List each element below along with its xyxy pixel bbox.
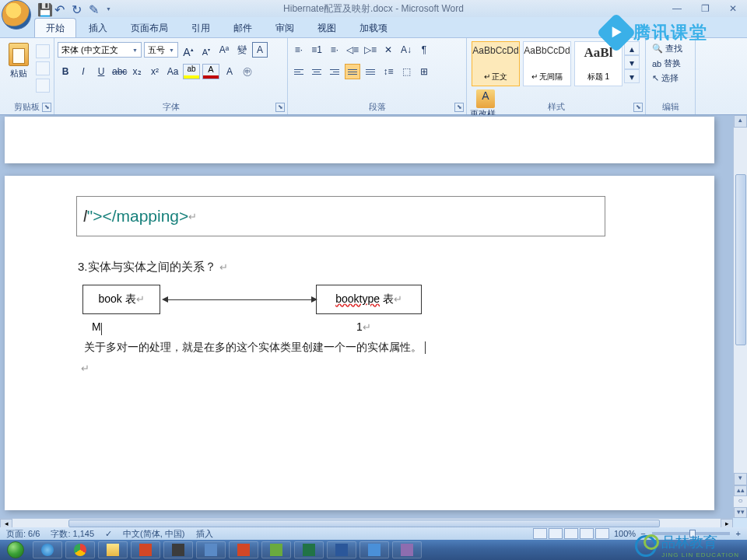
- tab-home[interactable]: 开始: [34, 18, 76, 37]
- italic-button[interactable]: I: [75, 64, 91, 79]
- line-spacing-button[interactable]: ↕≡: [381, 64, 396, 79]
- view-draft[interactable]: [595, 528, 609, 539]
- tab-page-layout[interactable]: 页面布局: [120, 19, 179, 37]
- window-title: Hibernate配置及映射.docx - Microsoft Word: [283, 2, 464, 16]
- tab-references[interactable]: 引用: [181, 19, 221, 37]
- bold-button[interactable]: B: [58, 64, 73, 79]
- strike-button[interactable]: abc: [111, 64, 127, 79]
- select-button[interactable]: ↖选择: [649, 71, 692, 86]
- font-launcher[interactable]: ⬊: [275, 103, 285, 112]
- numbering-button[interactable]: ≡1: [309, 42, 324, 58]
- styles-down-button[interactable]: ▾: [624, 55, 640, 69]
- indent-dec-button[interactable]: ◁≡: [345, 42, 360, 58]
- styles-more-button[interactable]: ▾: [624, 69, 640, 83]
- scroll-down-button[interactable]: ▾: [734, 473, 747, 485]
- view-print-layout[interactable]: [533, 528, 547, 539]
- asian-layout-button[interactable]: ✕: [381, 42, 396, 58]
- document-area[interactable]: l"></mapping>↵ 3.实体与实体之间的关系？ ↵ book 表↵ b…: [0, 115, 733, 518]
- font-name-select[interactable]: 宋体 (中文正文▼: [58, 42, 142, 58]
- align-right-button[interactable]: [327, 64, 342, 79]
- close-button[interactable]: ✕: [725, 3, 741, 14]
- align-left-button[interactable]: [291, 64, 307, 79]
- task-app1[interactable]: [196, 541, 226, 558]
- enclose-char-button[interactable]: ㊥: [240, 64, 255, 79]
- task-app2[interactable]: [229, 541, 258, 558]
- tab-addins[interactable]: 加载项: [349, 19, 398, 37]
- task-explorer[interactable]: [98, 541, 128, 558]
- sort-button[interactable]: A↓: [398, 42, 414, 58]
- status-proof-icon[interactable]: ✓: [105, 529, 112, 539]
- office-button[interactable]: [2, 0, 31, 30]
- next-page-button[interactable]: ▾▾: [734, 507, 747, 518]
- clipboard-launcher[interactable]: ⬊: [42, 103, 51, 112]
- styles-launcher[interactable]: ⬊: [633, 103, 643, 112]
- underline-button[interactable]: U: [93, 64, 109, 79]
- save-icon[interactable]: 💾: [37, 2, 50, 15]
- start-button[interactable]: [2, 540, 30, 560]
- view-web-layout[interactable]: [564, 528, 578, 539]
- qat-icon[interactable]: ✎: [89, 2, 101, 15]
- zoom-level[interactable]: 100%: [614, 529, 636, 538]
- font-size-select[interactable]: 五号▼: [144, 42, 178, 58]
- task-ie[interactable]: [33, 541, 62, 558]
- task-powerpoint[interactable]: [131, 541, 160, 558]
- borders-button[interactable]: ⊞: [416, 64, 432, 79]
- task-excel[interactable]: [294, 541, 324, 558]
- task-app4[interactable]: [359, 541, 389, 558]
- task-word[interactable]: [327, 541, 356, 558]
- redo-icon[interactable]: ↻: [72, 2, 84, 15]
- style-normal[interactable]: AaBbCcDd ↵ 正文: [472, 41, 520, 86]
- char-shading-button[interactable]: A: [222, 64, 237, 79]
- minimize-button[interactable]: —: [669, 3, 685, 14]
- task-app5[interactable]: [392, 541, 422, 558]
- change-case-button[interactable]: Aa: [165, 64, 181, 79]
- multilevel-button[interactable]: ≡·: [327, 42, 342, 58]
- tab-review[interactable]: 审阅: [265, 19, 305, 37]
- view-full-screen[interactable]: [549, 528, 563, 539]
- browse-object-button[interactable]: ○: [734, 496, 747, 507]
- copy-button[interactable]: [36, 61, 50, 75]
- prev-page-button[interactable]: ▴▴: [734, 485, 747, 496]
- vertical-scrollbar[interactable]: ▴ ▾ ▴▴ ○ ▾▾: [733, 115, 747, 518]
- scroll-up-button[interactable]: ▴: [734, 115, 747, 128]
- task-chrome[interactable]: [65, 541, 95, 558]
- hscroll-thumb[interactable]: [68, 520, 660, 527]
- phonetic-button[interactable]: 變: [234, 42, 250, 58]
- char-border-button[interactable]: A: [252, 42, 268, 58]
- restore-button[interactable]: ❐: [697, 3, 713, 14]
- task-editor[interactable]: [163, 541, 193, 558]
- indent-inc-button[interactable]: ▷≡: [363, 42, 378, 58]
- grow-font-button[interactable]: A▴: [181, 42, 196, 58]
- paste-button[interactable]: 粘贴: [3, 43, 34, 79]
- task-app3[interactable]: [261, 541, 291, 558]
- tab-view[interactable]: 视图: [307, 19, 347, 37]
- align-justify-button[interactable]: [345, 64, 360, 79]
- status-mode[interactable]: 插入: [196, 528, 213, 540]
- tab-mailings[interactable]: 邮件: [223, 19, 263, 37]
- shrink-font-button[interactable]: A▾: [198, 42, 214, 58]
- cut-button[interactable]: [36, 44, 50, 58]
- clear-format-button[interactable]: Aª: [216, 42, 232, 58]
- font-color-button[interactable]: A: [202, 64, 219, 79]
- entity-box-booktype: booktype 表↵: [316, 285, 422, 314]
- format-painter-button[interactable]: [36, 79, 50, 93]
- paragraph-launcher[interactable]: ⬊: [454, 103, 464, 112]
- show-marks-button[interactable]: ¶: [416, 42, 432, 58]
- shading-button[interactable]: ⬚: [398, 64, 414, 79]
- tab-insert[interactable]: 插入: [78, 19, 118, 37]
- undo-icon[interactable]: ↶: [54, 2, 67, 15]
- status-language[interactable]: 中文(简体, 中国): [123, 528, 184, 540]
- status-words[interactable]: 字数: 1,145: [51, 528, 94, 540]
- bullets-button[interactable]: ≡·: [291, 42, 307, 58]
- align-center-button[interactable]: [309, 64, 324, 79]
- superscript-button[interactable]: x²: [147, 64, 163, 79]
- vscroll-thumb[interactable]: [735, 174, 746, 345]
- subscript-button[interactable]: x₂: [129, 64, 145, 79]
- highlight-button[interactable]: ab: [183, 64, 200, 79]
- status-page[interactable]: 页面: 6/6: [6, 528, 40, 540]
- align-distribute-button[interactable]: [363, 64, 378, 79]
- qat-dropdown-icon[interactable]: ▼: [106, 6, 111, 12]
- view-outline[interactable]: [580, 528, 594, 539]
- style-no-spacing[interactable]: AaBbCcDd ↵ 无间隔: [523, 41, 571, 86]
- replace-button[interactable]: ab替换: [649, 56, 692, 71]
